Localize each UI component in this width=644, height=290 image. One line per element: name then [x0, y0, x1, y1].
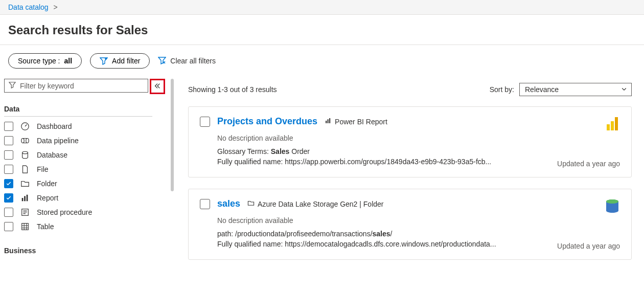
svg-rect-8: [22, 224, 29, 230]
result-title[interactable]: sales: [217, 198, 240, 209]
result-checkbox[interactable]: [200, 117, 210, 127]
chevron-double-left-icon: [154, 82, 161, 91]
facet-item-file[interactable]: File: [4, 165, 148, 174]
file-icon: [20, 165, 30, 174]
facet-item-folder[interactable]: Folder: [4, 179, 148, 188]
facet-group-header: Data: [4, 105, 148, 113]
svg-rect-6: [27, 195, 28, 202]
result-type: Power BI Report: [325, 117, 387, 126]
facet-checkbox[interactable]: [4, 122, 13, 131]
svg-rect-5: [24, 196, 26, 201]
svg-point-2: [26, 139, 29, 143]
sort-label: Sort by:: [490, 85, 514, 94]
facet-item-stored-procedure[interactable]: Stored procedure: [4, 208, 148, 217]
filter-icon: [9, 81, 16, 90]
facet-label: Dashboard: [37, 122, 72, 130]
facet-label: Data pipeline: [37, 137, 79, 145]
clear-all-label: Clear all filters: [170, 57, 216, 65]
facet-checkbox[interactable]: [4, 165, 13, 174]
bars-icon: [20, 193, 30, 203]
facet-label: Stored procedure: [37, 208, 92, 216]
facet-label: Database: [37, 151, 67, 159]
facet-item-table[interactable]: Table: [4, 222, 148, 231]
svg-rect-11: [329, 118, 330, 123]
source-type-filter[interactable]: Source type : all: [8, 53, 82, 69]
facet-item-data-pipeline[interactable]: Data pipeline: [4, 136, 148, 145]
facet-checkbox[interactable]: [4, 208, 13, 217]
breadcrumb: Data catalog >: [0, 0, 644, 15]
breadcrumb-separator: >: [54, 3, 58, 11]
pipeline-icon: [20, 136, 30, 145]
result-meta-line: path: /productiondata/profiseedemo/trans…: [217, 230, 620, 238]
clear-all-filters-button[interactable]: Clear all filters: [158, 56, 216, 66]
result-meta-line: Glossary Terms: Sales Order: [217, 147, 620, 155]
database-icon: [20, 150, 30, 160]
facet-group-header: Business: [4, 247, 148, 255]
add-filter-button[interactable]: Add filter: [90, 53, 150, 69]
results-count: Showing 1-3 out of 3 results: [188, 85, 277, 94]
result-updated: Updated a year ago: [557, 242, 620, 250]
powerbi-icon: [604, 115, 621, 134]
result-card[interactable]: Projects and OverduesPower BI ReportNo d…: [188, 106, 632, 177]
svg-rect-14: [615, 117, 618, 130]
filter-keyword-input[interactable]: [20, 82, 144, 90]
result-title[interactable]: Projects and Overdues: [217, 116, 317, 127]
facet-checkbox[interactable]: [4, 136, 13, 145]
facet-label: Report: [37, 194, 58, 202]
result-checkbox[interactable]: [200, 199, 210, 209]
grid-icon: [20, 222, 30, 231]
source-type-prefix: Source type :: [18, 57, 60, 65]
filter-sidebar: DataDashboardData pipelineDatabaseFileFo…: [0, 79, 148, 287]
sidebar-scrollbar-thumb[interactable]: [171, 79, 174, 191]
filter-bar: Source type : all Add filter Clear all f…: [0, 45, 644, 79]
svg-rect-9: [326, 121, 327, 123]
facet-checkbox[interactable]: [4, 193, 13, 203]
svg-point-3: [22, 151, 28, 154]
facet-checkbox[interactable]: [4, 179, 13, 188]
facet-label: Table: [37, 222, 54, 231]
svg-rect-10: [328, 119, 329, 123]
sort-select[interactable]: Relevance: [519, 83, 632, 96]
no-description: No description available: [217, 216, 620, 225]
facet-item-report[interactable]: Report: [4, 193, 148, 203]
sidebar-scrollbar[interactable]: [170, 79, 175, 287]
svg-rect-4: [22, 198, 24, 201]
page-title: Search results for Sales: [0, 15, 644, 45]
svg-point-1: [21, 139, 24, 143]
svg-rect-13: [611, 121, 614, 130]
collapse-sidebar-button[interactable]: [150, 79, 165, 94]
source-type-value: all: [64, 57, 73, 65]
result-type: Azure Data Lake Storage Gen2 | Folder: [247, 199, 383, 208]
result-updated: Updated a year ago: [557, 160, 620, 168]
facet-item-database[interactable]: Database: [4, 150, 148, 160]
facet-checkbox[interactable]: [4, 222, 13, 231]
facet-label: Folder: [37, 180, 57, 188]
facet-checkbox[interactable]: [4, 150, 13, 160]
sp-icon: [20, 208, 30, 217]
svg-point-16: [606, 199, 618, 204]
folder-icon: [20, 179, 30, 188]
facet-item-dashboard[interactable]: Dashboard: [4, 122, 148, 131]
folderout-icon: [247, 199, 255, 208]
add-filter-label: Add filter: [112, 57, 140, 65]
breadcrumb-root[interactable]: Data catalog: [8, 3, 49, 11]
bars-icon: [325, 117, 332, 126]
filter-add-icon: [100, 57, 108, 65]
facet-label: File: [37, 165, 49, 173]
gauge-icon: [20, 122, 30, 131]
adls-icon: [604, 197, 621, 216]
filter-keyword-wrap[interactable]: [4, 79, 148, 93]
svg-rect-12: [607, 124, 610, 130]
sort-value: Relevance: [525, 85, 559, 94]
result-card[interactable]: salesAzure Data Lake Storage Gen2 | Fold…: [188, 189, 632, 260]
no-description: No description available: [217, 134, 620, 142]
chevron-down-icon: [621, 85, 627, 94]
filter-clear-icon: [158, 56, 166, 66]
